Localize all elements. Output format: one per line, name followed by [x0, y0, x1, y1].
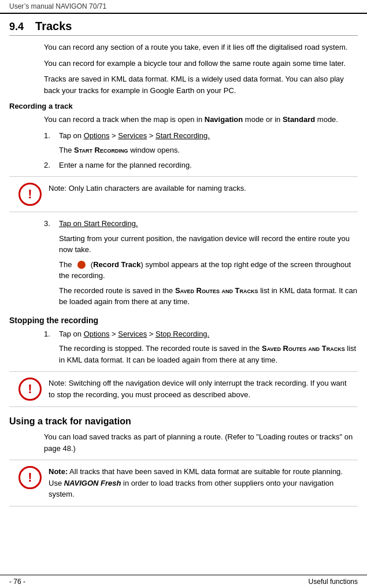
step-3-sub2: The (Record Track) symbol appears at the… [9, 259, 358, 282]
note-1-text: Note: Only Latin characters are availabl… [49, 184, 246, 193]
step-3-number: 3. [44, 218, 54, 230]
saved-routes-tracks: Saved Routes and Tracks [175, 286, 258, 295]
stop-step-1: 1. Tap on Options > Services > Stop Reco… [9, 328, 358, 340]
note-label-3: Note: [49, 467, 68, 476]
start-recording-smallcaps: Start Recording [74, 146, 128, 154]
step-2: 2. Enter a name for the planned recordin… [9, 160, 358, 171]
stop-step-1-sub: The recording is stopped. The recorded r… [9, 343, 358, 365]
note-icon-3: ! [18, 466, 42, 489]
stop-step-1-number: 1. [44, 328, 54, 340]
step-1-sub: The Start Recording window opens. [9, 145, 358, 156]
step-1-services: Services [118, 131, 147, 140]
std-bold: Standard [283, 115, 315, 124]
note-box-2: ! Note: Switching off the navigation dev… [9, 371, 358, 407]
stopping-heading: Stopping the recording [9, 316, 358, 325]
note-text-2: Note: Switching off the navigation devic… [49, 378, 349, 400]
stop-options: Options [84, 330, 110, 338]
section-number: 9.4 [9, 21, 24, 33]
using-text: You can load saved tracks as part of pla… [9, 431, 358, 454]
step-1-options: Options [84, 131, 110, 140]
note-icon-2: ! [18, 378, 42, 401]
stop-step-1-content: Tap on Options > Services > Stop Recordi… [59, 328, 358, 340]
page-header: User’s manual NAVIGON 70/71 [0, 0, 367, 14]
step-3-sub3: The recorded route is saved in the Saved… [9, 285, 358, 308]
stop-recording-link: Stop Recording. [155, 330, 209, 338]
recording-intro: You can record a track when the map is o… [9, 114, 358, 125]
record-track-bold: Record Track [93, 260, 140, 269]
footer-right: Useful functions [309, 578, 358, 586]
step-3-text: Tap on Start Recording. [59, 219, 138, 228]
step-1-start-recording: Start Recording. [155, 131, 210, 140]
step-3-sub1: Starting from your current position, the… [9, 233, 358, 256]
using-heading: Using a track for navigation [9, 416, 358, 427]
note-box-3: ! Note: All tracks that have been saved … [9, 460, 358, 506]
step-1-number: 1. [44, 130, 54, 142]
saved-routes-tracks-2: Saved Routes and Tracks [262, 344, 345, 353]
intro-p1: You can record any section of a route yo… [9, 42, 358, 53]
navigon-fresh-bold: NAVIGON Fresh [64, 479, 121, 487]
step-3-content: Tap on Start Recording. [59, 218, 358, 230]
step-1: 1. Tap on Options > Services > Start Rec… [9, 130, 358, 142]
record-dot-icon [77, 261, 86, 269]
note-2-text: Note: Switching off the navigation devic… [49, 379, 347, 399]
intro-p2: You can record for example a bicycle tou… [9, 58, 358, 69]
main-content: 9.4 Tracks You can record any section of… [0, 14, 367, 535]
note-text-1: Note: Only Latin characters are availabl… [49, 183, 349, 194]
nav-bold: Navigation [205, 115, 243, 124]
section-heading: Tracks [35, 20, 72, 33]
step-3: 3. Tap on Start Recording. [9, 218, 358, 230]
recording-heading: Recording a track [9, 102, 358, 110]
section-title: 9.4 Tracks [9, 20, 358, 36]
stop-services: Services [118, 330, 147, 338]
note-icon-1: ! [18, 183, 42, 206]
header-text: User’s manual NAVIGON 70/71 [9, 2, 106, 10]
note-text-3: Note: All tracks that have been saved in… [49, 466, 349, 500]
step-2-number: 2. [44, 160, 54, 171]
note-box-1: ! Note: Only Latin characters are availa… [9, 176, 358, 212]
footer-left: - 76 - [9, 578, 25, 586]
step-1-content: Tap on Options > Services > Start Record… [59, 130, 358, 142]
intro-p3: Tracks are saved in KML data format. KML… [9, 73, 358, 96]
step-2-content: Enter a name for the planned recording. [59, 160, 358, 171]
page-footer: - 76 - Useful functions [0, 575, 367, 588]
